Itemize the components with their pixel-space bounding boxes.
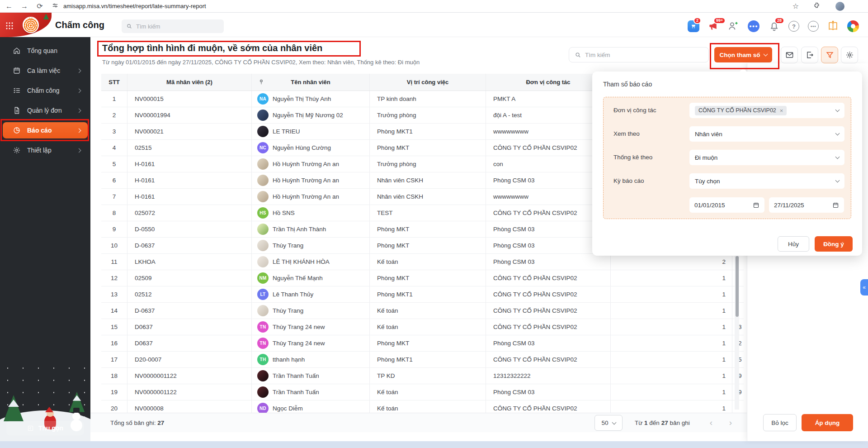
avatar xyxy=(257,224,269,235)
cell-late-count: 2 xyxy=(611,254,732,270)
period-select[interactable]: Tùy chọn xyxy=(689,173,844,189)
bottom-strip xyxy=(0,441,868,448)
cell-position: Kế toán xyxy=(370,254,486,270)
collapse-sidebar-button[interactable]: Thu gọn xyxy=(6,421,84,435)
collapse-panel-tab[interactable]: « xyxy=(860,279,868,295)
unit-select[interactable]: CÔNG TY CỔ PHẦN CSVIP02 × xyxy=(689,103,844,118)
col-header-name[interactable]: Tên nhân viên xyxy=(252,74,370,91)
next-page-icon[interactable]: › xyxy=(725,413,736,433)
sidebar-item-reports[interactable]: Báo cáo xyxy=(3,122,88,138)
cell-position: Phòng MKT xyxy=(370,140,486,156)
browser-back-icon[interactable]: ← xyxy=(4,0,14,13)
apply-filter-button[interactable]: Áp dụng xyxy=(802,414,853,431)
prev-page-icon[interactable]: ‹ xyxy=(705,413,717,433)
site-settings-icon[interactable] xyxy=(50,0,61,13)
sidebar-item-label: Chấm công xyxy=(27,87,60,94)
cancel-button[interactable]: Hủy xyxy=(778,236,809,252)
chevron-down-icon xyxy=(763,52,768,57)
browser-profile-avatar[interactable] xyxy=(835,2,844,11)
cell-stt: 12 xyxy=(101,270,127,286)
table-row[interactable]: 20 NV000008 ND Ngọc Diễm Kế toán CÔNG TY… xyxy=(101,400,744,413)
table-row[interactable]: 14 D-0637 Thùy Trang Kế toán CÔNG TY CỔ … xyxy=(101,303,744,319)
screen: ← → ⟳ amisapp.misa.vn/timesheet/report/l… xyxy=(0,0,868,448)
table-row[interactable]: 13 02512 LT Lê Thanh Thủy Phòng MKT1 CÔN… xyxy=(101,286,744,303)
view-by-label: Xem theo xyxy=(613,126,640,142)
cell-employee-code: D-0550 xyxy=(127,221,252,237)
cell-stt: 13 xyxy=(101,286,127,302)
date-from-input[interactable]: 01/01/2015 xyxy=(689,197,764,213)
table-scrollbar-thumb[interactable] xyxy=(736,256,739,317)
pin-icon[interactable] xyxy=(258,79,264,85)
cell-employee-code: NV0000001122 xyxy=(127,384,252,400)
more-options-icon[interactable]: ⋯ xyxy=(807,20,819,32)
cell-unit: Phòng CSM 03 xyxy=(486,254,611,270)
cell-employee-name: NA Nguyễn Thị Thúy Anh xyxy=(252,91,370,107)
announcement-icon[interactable]: 99+ xyxy=(708,20,719,32)
table-row[interactable]: 18 NV0000001122 Trần Thanh Tuấn TP KD 12… xyxy=(101,368,744,384)
sidebar-item-requests[interactable]: Quản lý đơn xyxy=(3,102,88,119)
misa-amis-logo[interactable] xyxy=(847,20,859,32)
cart-icon[interactable]: 2 xyxy=(688,20,699,32)
bookmark-star-icon[interactable]: ☆ xyxy=(790,0,801,13)
table-row[interactable]: 12 02509 NM Nguyễn Thế Mạnh Phòng MKT CÔ… xyxy=(101,270,744,286)
total-records-value: 27 xyxy=(157,419,164,426)
table-row[interactable]: 16 D0637 TN Thùy Trang 24 new Phòng MKT … xyxy=(101,335,744,352)
report-search-input[interactable] xyxy=(585,52,703,58)
gear-icon xyxy=(845,51,854,59)
sidebar-item-timekeeping[interactable]: Chấm công xyxy=(3,82,88,99)
search-icon xyxy=(575,52,581,58)
ok-button[interactable]: Đồng ý xyxy=(815,236,853,252)
global-search-input[interactable] xyxy=(136,23,219,30)
view-by-select[interactable]: Nhân viên xyxy=(689,126,844,142)
sidebar-item-overview[interactable]: Tổng quan xyxy=(3,43,88,59)
cell-position: Phòng MKT1 xyxy=(370,124,486,139)
calendar-icon[interactable] xyxy=(832,202,839,209)
timekeeping-logo-icon[interactable] xyxy=(23,17,39,33)
add-user-icon[interactable] xyxy=(727,20,739,32)
employee-name-text: LE TRIEU xyxy=(273,128,300,135)
handbook-icon[interactable] xyxy=(827,20,839,32)
notifications-bell-icon[interactable]: 28 xyxy=(769,20,780,32)
page-size-select[interactable]: 50 xyxy=(594,415,623,431)
browser-reload-icon[interactable]: ⟳ xyxy=(34,0,45,13)
extensions-icon[interactable] xyxy=(811,0,822,13)
cell-employee-code: D-0637 xyxy=(127,238,252,253)
table-row[interactable]: 11 LKHOA LÊ THỊ KHÁNH HÒA Kế toán Phòng … xyxy=(101,254,744,270)
checklist-icon xyxy=(13,86,21,95)
sidebar-item-shifts[interactable]: Ca làm việc xyxy=(3,62,88,79)
report-search[interactable] xyxy=(569,47,709,62)
col-header-stt[interactable]: STT xyxy=(101,74,127,91)
table-row[interactable]: 17 D20-0007 TH tthanh hạnh Phòng MKT1 CÔ… xyxy=(101,352,744,368)
date-from-value: 01/01/2015 xyxy=(694,202,725,209)
cell-late-count: 1 xyxy=(611,384,732,400)
remove-chip-icon[interactable]: × xyxy=(780,107,783,114)
filter-button[interactable] xyxy=(821,47,838,63)
export-button[interactable] xyxy=(801,47,818,63)
chat-icon[interactable]: ●●● xyxy=(748,20,760,32)
table-row[interactable]: 19 NV0000001122 Trần Thanh Tuấn Kế toán … xyxy=(101,384,744,400)
avatar xyxy=(257,370,269,381)
browser-forward-icon[interactable]: → xyxy=(19,0,30,13)
sidebar-item-settings[interactable]: Thiết lập xyxy=(3,142,88,158)
cell-unit: CÔNG TY CỔ PHẦN CSVIP02 xyxy=(486,303,611,319)
choose-parameters-button[interactable]: Chọn tham số xyxy=(714,47,772,62)
total-records-label: Tổng số bản ghi: xyxy=(110,419,156,426)
cell-position: Phòng MKT1 xyxy=(370,352,486,367)
help-icon[interactable]: ? xyxy=(788,20,800,32)
global-search[interactable] xyxy=(122,19,224,33)
app-launcher-icon[interactable] xyxy=(5,22,13,29)
clear-filter-button[interactable]: Bỏ lọc xyxy=(763,414,797,431)
date-to-input[interactable]: 27/11/2025 xyxy=(769,197,844,213)
table-settings-button[interactable] xyxy=(841,47,858,63)
send-email-button[interactable] xyxy=(781,47,798,63)
col-header-code[interactable]: Mã nhân viên (2) xyxy=(127,74,252,91)
cell-stt: 4 xyxy=(101,140,127,156)
avatar xyxy=(257,305,269,316)
address-bar[interactable]: amisapp.misa.vn/timesheet/report/late-su… xyxy=(63,0,206,13)
table-row[interactable]: 15 D0637 TN Thùy Trang 24 new Kế toán CÔ… xyxy=(101,319,744,335)
cell-employee-name: TN Thùy Trang 24 new xyxy=(252,319,370,335)
unit-chip[interactable]: CÔNG TY CỔ PHẦN CSVIP02 × xyxy=(695,106,787,115)
stat-by-select[interactable]: Đi muộn xyxy=(689,150,844,165)
calendar-icon[interactable] xyxy=(753,202,760,209)
col-header-position[interactable]: Vị trí công việc xyxy=(370,74,486,91)
